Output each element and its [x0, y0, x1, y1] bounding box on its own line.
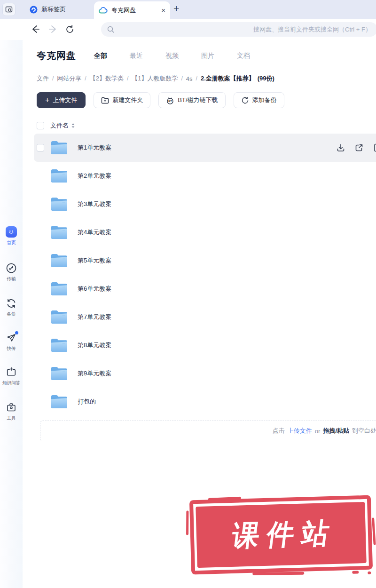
file-row[interactable]: 第1单元教案	[34, 134, 376, 162]
save-to-drive-icon[interactable]	[373, 143, 376, 152]
breadcrumb-separator: /	[127, 75, 128, 82]
folder-name[interactable]: 第3单元教案	[78, 200, 111, 208]
row-checkbox[interactable]	[37, 144, 44, 151]
tab-image[interactable]: 图片	[201, 52, 214, 60]
knowledge-qa-icon	[6, 366, 17, 378]
breadcrumb-item[interactable]: 网站分享	[57, 74, 81, 83]
transfer-icon	[6, 262, 17, 274]
tab-video[interactable]: 视频	[165, 52, 179, 60]
action-bar: + 上传文件 新建文件夹 BT BT/磁力链下载	[37, 92, 376, 108]
folder-name[interactable]: 第9单元教案	[78, 369, 111, 378]
tab-close-icon[interactable]: ×	[161, 7, 165, 14]
file-row[interactable]: 打包的	[37, 388, 376, 416]
sidebar-item-backup[interactable]: 备份	[0, 298, 23, 318]
add-backup-button[interactable]: 添加备份	[234, 92, 284, 108]
folder-name[interactable]: 打包的	[78, 397, 96, 406]
tab-label: 新标签页	[41, 5, 66, 14]
file-row[interactable]: 第2单元教案	[37, 162, 376, 190]
forward-icon[interactable]	[48, 25, 57, 33]
file-row[interactable]: 第3单元教案	[37, 190, 376, 218]
button-label: 新建文件夹	[112, 96, 143, 104]
breadcrumb-separator: /	[181, 75, 183, 82]
sidebar-item-tools[interactable]: 工具	[0, 402, 23, 421]
hint-text: 点击	[273, 427, 285, 435]
tab-all[interactable]: 全部	[94, 52, 107, 60]
sidebar-label: 备份	[7, 311, 16, 317]
new-tab-button[interactable]: +	[173, 3, 179, 14]
plus-icon: +	[45, 96, 49, 104]
toolbox-icon	[6, 402, 17, 413]
folder-icon	[50, 168, 68, 183]
tab-document[interactable]: 文档	[237, 52, 250, 60]
quark-browser-icon	[30, 6, 38, 14]
filename-column-header: 文件名	[50, 121, 69, 130]
breadcrumb: 文件 / 网站分享 / 【2】数学类 / 【1】人教版数学 / 4s / 2.全…	[37, 74, 376, 83]
search-input[interactable]	[118, 26, 371, 33]
browser-tab-quark-drive[interactable]: 夸克网盘 ×	[94, 1, 170, 19]
tab-label: 夸克网盘	[111, 6, 157, 15]
browser-tab-newtab[interactable]: 新标签页	[30, 0, 66, 19]
tab-recent[interactable]: 最近	[130, 52, 143, 60]
hint-text: or	[315, 428, 321, 435]
open-external-icon[interactable]	[354, 143, 364, 152]
folder-name[interactable]: 第7单元教案	[78, 313, 111, 321]
backup-sync-icon	[6, 298, 17, 309]
page-title: 夸克网盘	[37, 49, 76, 62]
back-icon[interactable]	[31, 25, 40, 33]
file-row[interactable]: 第7单元教案	[37, 303, 376, 331]
svg-text:BT: BT	[169, 100, 172, 103]
sidebar-item-knowledge-qa[interactable]: 知识问答	[0, 366, 23, 386]
upload-file-link[interactable]: 上传文件	[288, 427, 312, 435]
tab-search-button[interactable]	[2, 3, 16, 16]
folder-icon	[50, 338, 68, 353]
new-folder-button[interactable]: 新建文件夹	[94, 92, 150, 108]
folder-name[interactable]: 第1单元教案	[78, 143, 111, 152]
folder-name[interactable]: 第2单元教案	[78, 172, 111, 180]
home-icon	[6, 226, 17, 238]
bt-magnet-download-button[interactable]: BT BT/磁力链下载	[158, 92, 225, 108]
drive-search-bar[interactable]	[101, 22, 376, 37]
sidebar-label: 快传	[7, 345, 16, 351]
hint-text: 到空白处上	[352, 427, 376, 435]
folder-name[interactable]: 第8单元教案	[78, 341, 111, 350]
folder-icon	[50, 281, 68, 296]
list-header: 文件名	[37, 119, 376, 132]
sidebar-label: 工具	[7, 415, 16, 421]
browser-toolbar	[0, 19, 376, 40]
quark-drive-cloud-icon	[99, 7, 108, 14]
sidebar-label: 知识问答	[2, 380, 20, 386]
breadcrumb-item[interactable]: 4s	[186, 75, 193, 82]
file-list: 第1单元教案	[37, 134, 376, 416]
sidebar-item-transfer[interactable]: 传输	[0, 262, 23, 282]
button-label: 上传文件	[53, 96, 77, 104]
upload-file-button[interactable]: + 上传文件	[37, 92, 86, 108]
sort-icon[interactable]	[71, 123, 75, 128]
select-all-checkbox[interactable]	[37, 122, 44, 129]
file-row[interactable]: 第4单元教案	[37, 218, 376, 246]
file-row[interactable]: 第9单元教案	[37, 359, 376, 388]
search-icon	[107, 26, 114, 33]
sidebar-item-quick-transfer[interactable]: 快传	[0, 332, 23, 352]
breadcrumb-item[interactable]: 【2】数学类	[90, 74, 124, 83]
file-row[interactable]: 第5单元教案	[37, 246, 376, 275]
sidebar-item-home[interactable]: 首页	[0, 226, 23, 246]
folder-name[interactable]: 第4单元教案	[78, 228, 111, 237]
folder-name[interactable]: 第5单元教案	[78, 256, 111, 265]
breadcrumb-item[interactable]: 文件	[37, 74, 49, 83]
notification-dot	[15, 331, 18, 334]
sidebar-label: 传输	[7, 276, 16, 282]
folder-name[interactable]: 第6单元教案	[78, 285, 111, 293]
upload-dropzone[interactable]: 点击 上传文件 or 拖拽/粘贴 到空白处上	[40, 421, 376, 441]
refresh-icon[interactable]	[65, 25, 74, 34]
breadcrumb-separator: /	[85, 75, 86, 82]
folder-icon	[50, 197, 68, 212]
stamp-text: 课件站	[223, 514, 339, 556]
item-count: (99份)	[258, 74, 274, 83]
sidebar: 首页 传输 备份	[0, 40, 23, 588]
file-row[interactable]: 第8单元教案	[37, 331, 376, 359]
download-icon[interactable]	[336, 143, 345, 152]
row-actions	[336, 143, 376, 152]
breadcrumb-item[interactable]: 【1】人教版数学	[132, 74, 178, 83]
file-row[interactable]: 第6单元教案	[37, 275, 376, 303]
breadcrumb-current: 2.全册教案【推荐】	[201, 74, 255, 83]
